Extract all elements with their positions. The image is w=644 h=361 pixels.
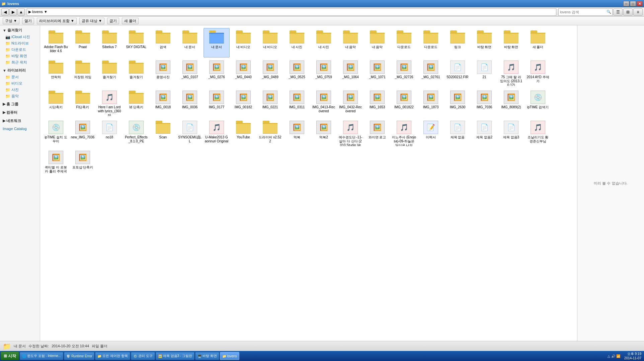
file-item[interactable]: 🖼️ IMG_1653: [364, 88, 390, 118]
file-item[interactable]: FI단축키: [70, 88, 96, 118]
file-item[interactable]: Sibelius 7: [96, 28, 123, 57]
sidebar-item-video[interactable]: 📁 비디오: [0, 80, 40, 87]
file-item[interactable]: 🖼️ IMG_0018: [150, 88, 176, 118]
sidebar-item-recent[interactable]: 📁 최근 위치: [0, 59, 40, 66]
file-item[interactable]: 🖼️ IMG_7036: [471, 88, 497, 118]
file-item[interactable]: 내 사진: [311, 28, 337, 57]
file-item[interactable]: 🖼️ IMG_0311: [284, 88, 310, 118]
file-item[interactable]: 💿 Perfect_Effects_8.1.0_PE: [123, 118, 149, 148]
file-item[interactable]: 🎵 이노주사 (Enojosa)-09-하늘은 당신은 나의 모...: [391, 118, 417, 148]
start-button[interactable]: ⊞ 시작: [1, 352, 19, 360]
file-item[interactable]: Praat: [70, 28, 96, 57]
file-item[interactable]: 🖼️ _MG_02726: [391, 58, 417, 88]
taskbar-item-paint[interactable]: 🖼️ 제목 없음3 - 그림판: [156, 352, 194, 360]
file-item[interactable]: 🎵 75 그때 랄 라 있어도 (2013.10.12): [498, 58, 524, 88]
file-item[interactable]: Adobe Flash Builder 4.6: [43, 28, 69, 57]
file-item[interactable]: 내 음악: [364, 28, 390, 57]
file-item[interactable]: 📄 SYNSOEMUДLL: [177, 118, 203, 148]
minimize-button[interactable]: ─: [623, 1, 629, 6]
file-item[interactable]: 연락처: [43, 58, 69, 88]
file-item[interactable]: 즐겨찾기: [96, 58, 123, 88]
file-item[interactable]: 🖼️ IMG_0177: [204, 88, 230, 118]
computer-header[interactable]: ▶컴퓨터: [0, 109, 40, 116]
taskbar-item-runtime[interactable]: 🛡️ Runtime Error: [64, 352, 94, 360]
file-item[interactable]: 📄 제목 없음2: [471, 118, 497, 148]
file-item[interactable]: 시단축키: [43, 88, 69, 118]
file-item[interactable]: 🖼️ IMG_00182: [230, 88, 256, 118]
file-item[interactable]: 🖼️ _MG_0525: [284, 58, 310, 88]
file-item[interactable]: 🖼️ _MG_0107: [177, 58, 203, 88]
file-item[interactable]: 바탕 화면: [498, 28, 524, 57]
sidebar-item-documents[interactable]: 📁 문서: [0, 74, 40, 80]
file-item[interactable]: 🖼️ 종명사진: [150, 58, 176, 88]
taskbar-item-admintool[interactable]: ⚙️ 관리 도구: [131, 352, 155, 360]
search-input[interactable]: [559, 10, 606, 14]
sidebar-item-icloud[interactable]: 📷 iCloud 사진: [0, 34, 40, 40]
file-item[interactable]: 다운로드: [418, 28, 444, 57]
file-item[interactable]: 🖼️ _MG_0759: [311, 58, 337, 88]
homegroup-header[interactable]: ▶홈 그룹: [0, 101, 40, 108]
file-item[interactable]: 내 문서: [204, 28, 230, 57]
new-folder-button[interactable]: 새 폴더: [122, 18, 139, 24]
sidebar-item-photos[interactable]: 📁 사진: [0, 87, 40, 93]
file-item[interactable]: 새 폴더: [525, 28, 551, 57]
file-item[interactable]: 🖼️ IMG_2630: [445, 88, 471, 118]
file-item[interactable]: 🖼️ _MG_0489: [257, 58, 283, 88]
file-item[interactable]: 💿 ipTIME 설치 도우미: [43, 118, 69, 148]
file-item[interactable]: 🖼️ 포토샵 단축키: [70, 148, 96, 178]
file-item[interactable]: 🖼️ _MG_1071: [364, 58, 390, 88]
file-item[interactable]: 📄 제목 없음3: [498, 118, 524, 148]
favorites-header[interactable]: ▼즐겨찾기: [0, 27, 40, 34]
sidebar-item-music[interactable]: 📁 음악: [0, 93, 40, 99]
file-item[interactable]: 💿 ipTIME 검색기: [525, 88, 551, 118]
file-item[interactable]: 🖼️ IMG_0432-Recovered: [337, 88, 364, 118]
close-button[interactable]: ✕: [637, 1, 643, 6]
taskbar-item-controlpanel[interactable]: 📁 모든 제어판 항목: [95, 352, 130, 360]
up-button[interactable]: ▲: [17, 8, 25, 16]
file-item[interactable]: 즐겨찾기: [123, 58, 149, 88]
file-item[interactable]: 📝 이력서: [418, 118, 444, 148]
sidebar-item-desktop[interactable]: 📁 바탕 화면: [0, 53, 40, 59]
forward-button[interactable]: ▶: [9, 8, 17, 16]
file-item[interactable]: 바탕 화면: [471, 28, 497, 57]
organize-button[interactable]: 구성 ▼: [3, 18, 19, 24]
file-item[interactable]: 🎵 U-Make2013 Gaonnuri Original: [204, 118, 230, 148]
file-item[interactable]: 🎵 조날리기도 황경준신부님: [525, 118, 551, 148]
back-button[interactable]: ◀: [1, 8, 9, 16]
preview-pane-button[interactable]: ⊞: [623, 8, 633, 16]
library-header[interactable]: ▼라이브러리: [0, 67, 40, 74]
file-item[interactable]: 🖼️ IMG_8089(2): [498, 88, 524, 118]
network-header[interactable]: ▶네트워크: [0, 117, 40, 124]
file-item[interactable]: 🎵 2014 AYD 주제가: [525, 58, 551, 88]
file-item[interactable]: 📄 21: [471, 58, 497, 88]
file-item[interactable]: 드라이버 v2.522: [257, 118, 283, 148]
file-item[interactable]: 내 음악: [337, 28, 364, 57]
include-library-button[interactable]: 라이브러리에 포함 ▼: [37, 18, 77, 24]
file-item[interactable]: 🎵 Here I am Lord with lyrics_(360p): [96, 88, 123, 118]
file-item[interactable]: 🖼️ _MG_02761: [418, 58, 444, 88]
file-item[interactable]: 내 비디오: [257, 28, 283, 57]
file-item[interactable]: 🖼️ _MG_0276: [204, 58, 230, 88]
taskbar-item-lovens[interactable]: 📁 lovens: [220, 352, 239, 360]
open-button[interactable]: 열기: [22, 18, 34, 24]
file-item[interactable]: SKY DIGITAL: [123, 28, 149, 57]
sidebar-item-downloads[interactable]: 📁 다운로드: [0, 46, 40, 53]
file-item[interactable]: 내 문서: [177, 28, 203, 57]
file-item[interactable]: 다운로드: [391, 28, 417, 57]
file-item[interactable]: 🖼️ _MG_0440: [230, 58, 256, 88]
share-button[interactable]: 공유 대상 ▼: [79, 18, 104, 24]
file-item[interactable]: 링크: [445, 28, 471, 57]
file-item[interactable]: 🖼️ 먹복2: [311, 118, 337, 148]
view-options-button[interactable]: ☰: [613, 8, 623, 16]
file-item[interactable]: Id 단축키: [123, 88, 149, 118]
file-item[interactable]: 🖼️ 퀴티엘 이 로봇카 홀리 주제곡: [43, 148, 69, 178]
restore-button[interactable]: □: [630, 1, 636, 6]
file-item[interactable]: 📄 no18: [96, 118, 123, 148]
taskbar-item-ie[interactable]: 🌐 윈도우 포럼 - Interne...: [20, 352, 63, 360]
file-item[interactable]: 🖼️ IMG_0221: [257, 88, 283, 118]
file-item[interactable]: 검색: [150, 28, 176, 57]
image-catalog-header[interactable]: Image Catalog: [0, 126, 40, 132]
file-item[interactable]: 저장된 게임: [70, 58, 96, 88]
file-item[interactable]: 🖼️ new_IMG_7036: [70, 118, 96, 148]
file-item[interactable]: 내 사진: [284, 28, 310, 57]
